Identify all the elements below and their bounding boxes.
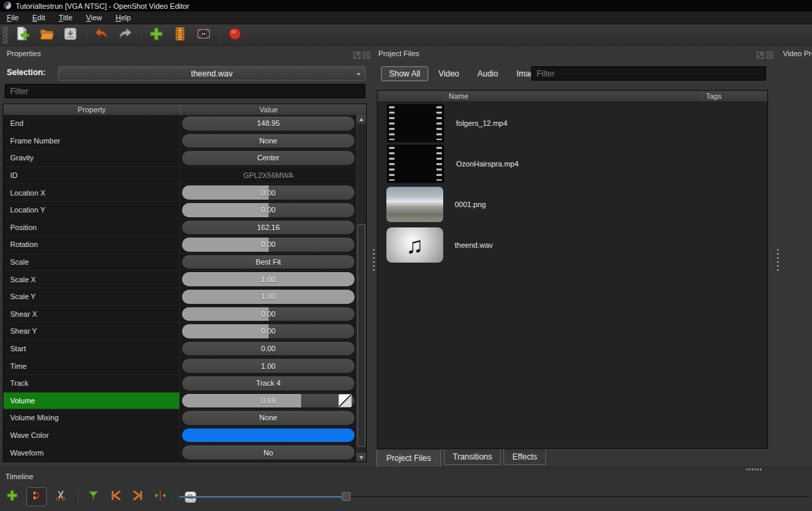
timeline-zoom-slider[interactable] bbox=[179, 487, 809, 507]
panel-splitter-left[interactable] bbox=[373, 249, 375, 271]
value-pill[interactable]: 162.16 bbox=[182, 221, 355, 235]
value-pill[interactable]: None bbox=[182, 134, 355, 148]
next-marker-button[interactable] bbox=[130, 489, 146, 505]
properties-filter-input[interactable] bbox=[5, 84, 365, 98]
value-pill[interactable]: 1.00 bbox=[182, 290, 355, 304]
property-row-track[interactable]: TrackTrack 4 bbox=[3, 375, 357, 393]
choose-profile-button[interactable] bbox=[170, 26, 190, 45]
export-video-button[interactable] bbox=[225, 26, 245, 45]
value-pill[interactable]: 1.00 bbox=[182, 272, 355, 286]
keyframe-icon[interactable] bbox=[338, 394, 352, 407]
scrollbar-thumb[interactable] bbox=[357, 224, 365, 447]
slider-handle[interactable] bbox=[342, 492, 351, 501]
project-files-float-icon[interactable] bbox=[757, 49, 764, 57]
property-row-gravity[interactable]: GravityCenter bbox=[3, 150, 357, 167]
property-row-position[interactable]: Position162.16 bbox=[3, 219, 357, 237]
property-row-volume[interactable]: Volume0.69 bbox=[3, 393, 357, 410]
filter-tab-video[interactable]: Video bbox=[430, 66, 467, 81]
add-marker-button[interactable] bbox=[85, 489, 102, 505]
property-value[interactable]: 0.69 bbox=[180, 393, 357, 409]
menu-title[interactable]: Title bbox=[52, 12, 79, 23]
property-value[interactable]: 148.95 bbox=[180, 115, 357, 132]
menu-help[interactable]: Help bbox=[109, 12, 138, 23]
property-row-rotation[interactable]: Rotation0.00 bbox=[3, 236, 357, 254]
properties-close-icon[interactable] bbox=[363, 49, 370, 57]
property-value[interactable]: 0.00 bbox=[180, 236, 357, 253]
tab-effects[interactable]: Effects bbox=[503, 449, 545, 465]
value-pill[interactable]: None bbox=[182, 411, 355, 425]
property-value[interactable]: 0.00 bbox=[180, 184, 357, 201]
property-value[interactable]: 0.00 bbox=[180, 202, 357, 219]
filter-tab-show-all[interactable]: Show All bbox=[381, 66, 428, 81]
import-files-button[interactable] bbox=[146, 26, 166, 45]
timeline-splitter-handle[interactable] bbox=[746, 468, 762, 470]
property-value[interactable]: No bbox=[180, 444, 357, 461]
file-row[interactable]: OzonHairspra.mp4 bbox=[378, 143, 767, 184]
property-row-wave-color[interactable]: Wave Color bbox=[3, 427, 357, 445]
property-value[interactable]: Track 4 bbox=[180, 375, 357, 392]
selection-dropdown[interactable]: theend.wav bbox=[58, 66, 365, 81]
file-row[interactable]: ♫theend.wav bbox=[378, 225, 767, 265]
property-row-shear-x[interactable]: Shear X0.00 bbox=[3, 306, 357, 324]
fullscreen-button[interactable] bbox=[194, 26, 214, 45]
value-pill[interactable]: Track 4 bbox=[182, 376, 355, 391]
property-row-waveform[interactable]: WaveformNo bbox=[3, 444, 357, 462]
property-value[interactable]: None bbox=[180, 409, 357, 426]
property-value[interactable]: Best Fit bbox=[180, 254, 357, 271]
property-row-scale[interactable]: ScaleBest Fit bbox=[3, 254, 357, 271]
property-row-shear-y[interactable]: Shear Y0.00 bbox=[3, 323, 357, 340]
property-value[interactable]: 162.16 bbox=[180, 219, 357, 236]
property-row-start[interactable]: Start0.00 bbox=[3, 340, 357, 358]
value-pill[interactable]: 0.00 bbox=[182, 307, 355, 321]
tab-project-files[interactable]: Project Files bbox=[376, 449, 441, 468]
properties-float-icon[interactable] bbox=[353, 49, 361, 57]
properties-scrollbar[interactable] bbox=[356, 115, 366, 462]
property-row-scale-y[interactable]: Scale Y1.00 bbox=[3, 288, 357, 306]
new-project-button[interactable] bbox=[13, 26, 33, 45]
toolbar-drag-handle[interactable] bbox=[3, 26, 8, 44]
add-track-button[interactable] bbox=[4, 489, 20, 505]
file-row[interactable]: 0001.png bbox=[378, 184, 767, 225]
property-value[interactable]: GPL2X56MWA bbox=[180, 167, 357, 184]
value-pill[interactable]: 0.00 bbox=[182, 324, 355, 338]
value-pill[interactable]: 0.00 bbox=[182, 203, 355, 217]
property-value[interactable]: Center bbox=[180, 150, 357, 166]
property-row-end[interactable]: End148.95 bbox=[3, 115, 357, 133]
property-value[interactable]: 0.00 bbox=[180, 323, 357, 340]
property-value[interactable]: None bbox=[180, 133, 357, 150]
property-row-scale-x[interactable]: Scale X1.00 bbox=[3, 271, 357, 288]
razor-button[interactable] bbox=[53, 489, 69, 505]
property-value[interactable]: 1.00 bbox=[180, 271, 357, 288]
menu-view[interactable]: View bbox=[79, 12, 109, 23]
center-playhead-button[interactable] bbox=[152, 489, 168, 505]
property-row-location-x[interactable]: Location X0.00 bbox=[3, 184, 357, 202]
scroll-up-icon[interactable] bbox=[357, 115, 366, 124]
property-row-time[interactable]: Time1.00 bbox=[3, 357, 357, 375]
property-value[interactable]: 1.00 bbox=[180, 288, 357, 305]
tab-transitions[interactable]: Transitions bbox=[444, 449, 501, 465]
slider-track-filled[interactable] bbox=[179, 496, 346, 497]
filter-tab-audio[interactable]: Audio bbox=[470, 66, 507, 81]
value-pill[interactable]: 0.00 bbox=[182, 238, 355, 252]
property-row-id[interactable]: IDGPL2X56MWA bbox=[3, 167, 357, 185]
previous-marker-button[interactable] bbox=[108, 489, 124, 505]
redo-button[interactable] bbox=[115, 26, 135, 45]
value-pill[interactable]: Best Fit bbox=[182, 255, 355, 269]
property-row-frame-number[interactable]: Frame NumberNone bbox=[3, 133, 357, 150]
scroll-down-icon[interactable] bbox=[357, 453, 366, 462]
file-row[interactable]: folgers_12.mp4 bbox=[378, 103, 767, 143]
property-value[interactable]: 0.00 bbox=[180, 306, 357, 323]
value-pill[interactable]: 0.00 bbox=[182, 342, 355, 356]
property-row-location-y[interactable]: Location Y0.00 bbox=[3, 202, 357, 219]
project-files-filter-input[interactable] bbox=[531, 66, 766, 81]
value-pill[interactable]: 0.00 bbox=[182, 185, 355, 200]
property-value[interactable]: 1.00 bbox=[180, 357, 357, 374]
value-pill[interactable]: No bbox=[182, 445, 355, 460]
project-files-close-icon[interactable] bbox=[766, 49, 773, 57]
value-pill[interactable]: Center bbox=[182, 151, 355, 165]
menu-file[interactable]: File bbox=[0, 12, 26, 23]
open-project-button[interactable] bbox=[37, 26, 57, 45]
value-pill[interactable]: 1.00 bbox=[182, 359, 355, 373]
property-value[interactable]: 0.00 bbox=[180, 340, 357, 357]
value-pill[interactable]: 148.95 bbox=[182, 116, 355, 131]
